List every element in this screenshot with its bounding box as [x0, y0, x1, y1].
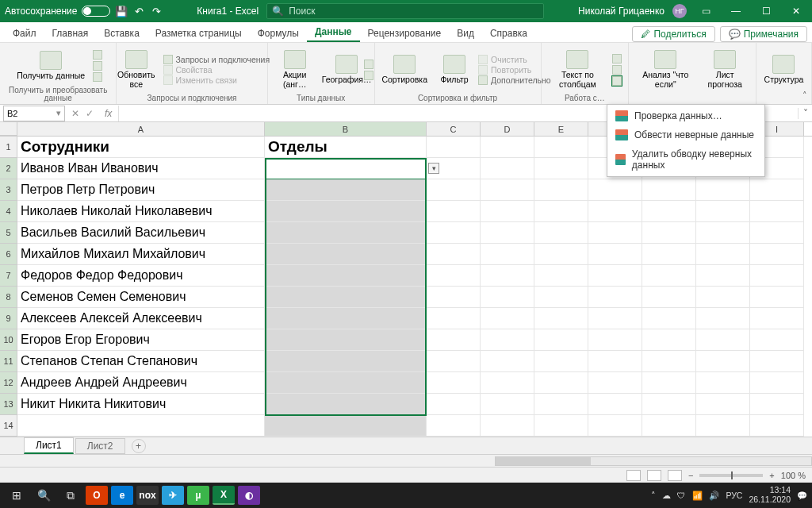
cell[interactable] — [265, 265, 427, 287]
tray-clock[interactable]: 13:1426.11.2020 — [749, 486, 791, 504]
cell[interactable] — [265, 179, 427, 201]
user-name[interactable]: Николай Грицаенко — [578, 6, 665, 17]
cell[interactable] — [696, 222, 750, 244]
tab-data[interactable]: Данные — [307, 22, 360, 42]
app-nox[interactable]: nox — [136, 486, 159, 505]
cell[interactable] — [481, 244, 534, 265]
cell[interactable] — [588, 372, 642, 394]
cell[interactable] — [534, 308, 588, 329]
cell[interactable] — [750, 372, 804, 394]
sheet-tab-2[interactable]: Лист2 — [75, 438, 125, 454]
from-text-icon[interactable] — [93, 50, 102, 60]
menu-data-validation[interactable]: Проверка данных… — [607, 106, 764, 125]
cell[interactable] — [588, 329, 642, 351]
tray-security-icon[interactable]: 🛡 — [677, 491, 686, 500]
tab-insert[interactable]: Вставка — [96, 24, 147, 42]
queries-button[interactable]: Запросы и подключения — [163, 55, 270, 64]
refresh-all-button[interactable]: Обновить все — [114, 48, 159, 90]
view-pagelayout-icon[interactable] — [647, 470, 661, 481]
cell[interactable]: Степанов Степан Степанович — [17, 351, 265, 372]
expand-formula-icon[interactable]: ˅ — [798, 108, 812, 119]
cell[interactable] — [750, 415, 804, 437]
avatar[interactable]: НГ — [672, 4, 687, 18]
cell[interactable] — [481, 308, 534, 329]
row-header[interactable]: 1 — [0, 137, 17, 158]
validation-dropdown-icon[interactable]: ▾ — [428, 163, 439, 174]
row-header[interactable]: 4 — [0, 201, 17, 222]
sort-button[interactable]: Сортировка — [378, 53, 431, 87]
cell[interactable] — [588, 265, 642, 287]
remove-dup-icon[interactable] — [612, 65, 622, 75]
sort-az-icon[interactable] — [364, 60, 373, 69]
app-telegram[interactable]: ✈ — [162, 486, 184, 505]
tab-review[interactable]: Рецензирование — [360, 24, 450, 42]
cell[interactable] — [750, 329, 804, 351]
search-box[interactable]: 🔍 Поиск — [266, 3, 544, 19]
cell[interactable] — [427, 179, 481, 201]
cell[interactable] — [427, 137, 481, 158]
tray-lang[interactable]: РУС — [726, 491, 742, 500]
cell[interactable] — [265, 244, 427, 265]
cell[interactable] — [696, 329, 750, 351]
maximize-icon[interactable]: ☐ — [755, 0, 777, 22]
row-header[interactable]: 14 — [0, 415, 17, 437]
cell[interactable] — [427, 372, 481, 394]
cell[interactable] — [534, 222, 588, 244]
cell[interactable] — [588, 351, 642, 372]
row-header[interactable]: 2 — [0, 158, 17, 179]
cell[interactable] — [534, 137, 588, 158]
undo-icon[interactable]: ↶ — [132, 5, 145, 17]
search-taskbar-icon[interactable]: 🔍 — [32, 486, 56, 505]
cell[interactable] — [588, 394, 642, 415]
app-opera[interactable]: O — [86, 486, 108, 505]
cell[interactable] — [696, 415, 750, 437]
geography-button[interactable]: География… — [323, 53, 370, 87]
cell[interactable] — [427, 265, 481, 287]
cell[interactable] — [696, 179, 750, 201]
cell[interactable] — [696, 394, 750, 415]
cell[interactable] — [642, 222, 696, 244]
cell[interactable] — [265, 329, 427, 351]
cell[interactable] — [427, 222, 481, 244]
stocks-button[interactable]: Акции (анг… — [271, 48, 318, 90]
row-header[interactable]: 6 — [0, 244, 17, 265]
cell[interactable] — [427, 287, 481, 308]
cell[interactable] — [265, 372, 427, 394]
cell[interactable] — [750, 394, 804, 415]
cell[interactable] — [534, 329, 588, 351]
cell[interactable]: Никит Никита Никитович — [17, 394, 265, 415]
cell[interactable] — [750, 308, 804, 329]
cell[interactable]: Егоров Егор Егорович — [17, 329, 265, 351]
cell[interactable] — [696, 351, 750, 372]
view-normal-icon[interactable] — [626, 470, 641, 481]
cell[interactable] — [427, 351, 481, 372]
cell[interactable] — [17, 415, 265, 437]
sheet-tab-1[interactable]: Лист1 — [24, 437, 74, 454]
cell[interactable] — [481, 265, 534, 287]
autosave-toggle[interactable] — [82, 6, 110, 17]
cell[interactable] — [642, 351, 696, 372]
cell[interactable] — [696, 287, 750, 308]
add-sheet-button[interactable]: + — [132, 439, 146, 453]
zoom-out-icon[interactable]: − — [688, 471, 693, 480]
advanced-filter-button[interactable]: Дополнительно — [478, 75, 551, 85]
cell[interactable] — [427, 201, 481, 222]
cell[interactable] — [427, 244, 481, 265]
whatif-button[interactable]: Анализ "что если" — [635, 48, 695, 90]
cell[interactable] — [265, 158, 427, 179]
row-header[interactable]: 7 — [0, 265, 17, 287]
cell[interactable] — [534, 244, 588, 265]
app-edge[interactable]: e — [111, 486, 133, 505]
cell[interactable]: Николаев Николай Николавевич — [17, 201, 265, 222]
save-icon[interactable]: 💾 — [115, 5, 128, 17]
cell[interactable]: Петров Петр Петрович — [17, 179, 265, 201]
cell[interactable] — [265, 308, 427, 329]
cell[interactable] — [534, 265, 588, 287]
tab-help[interactable]: Справка — [482, 24, 535, 42]
tab-view[interactable]: Вид — [449, 24, 482, 42]
cell[interactable] — [750, 244, 804, 265]
cell[interactable]: Отделы — [265, 137, 427, 158]
cell[interactable] — [750, 265, 804, 287]
app-utorrent[interactable]: µ — [187, 486, 209, 505]
tray-onedrive-icon[interactable]: ☁ — [662, 491, 671, 500]
